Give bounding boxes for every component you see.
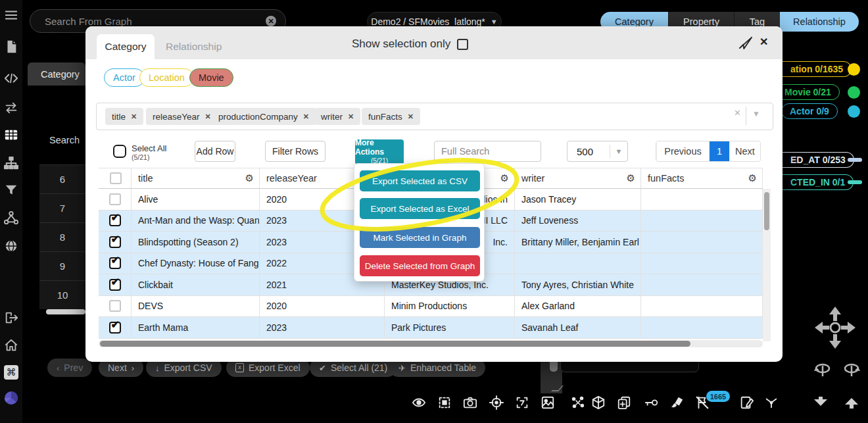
clipboard-edit-icon[interactable] [736, 393, 756, 412]
molecule-icon[interactable] [0, 208, 22, 228]
clear-columns-icon[interactable]: ✕ [734, 108, 741, 118]
table-icon[interactable] [0, 125, 22, 145]
image-icon[interactable] [538, 393, 558, 412]
row-checkbox[interactable]: ✔ [109, 279, 121, 291]
remove-icon[interactable]: ✕ [348, 112, 354, 121]
prev-button[interactable]: ‹Prev [47, 359, 92, 377]
column-header-funFacts[interactable]: funFacts⚙ [641, 168, 763, 189]
category-chip-actor[interactable]: Actor [104, 68, 145, 87]
menu-icon[interactable] [0, 5, 22, 25]
gear-icon[interactable]: ⚙ [500, 172, 509, 184]
select-all-count: (5/21) [132, 153, 149, 161]
remove-icon[interactable]: ✕ [205, 112, 211, 121]
modal-tab-relationship[interactable]: Relationship [166, 41, 222, 53]
home-icon[interactable] [0, 336, 22, 355]
copy-add-icon[interactable] [614, 393, 634, 412]
row-checkbox[interactable] [109, 300, 121, 312]
cell-productionCompany: Minim Productions [385, 296, 515, 318]
mark-selected-in-graph-button[interactable]: Mark Selected in Graph [360, 227, 480, 248]
delete-selected-from-graph-button[interactable]: Delete Selected from Graph [360, 255, 480, 276]
row-checkbox[interactable] [109, 193, 121, 205]
remove-icon[interactable]: ✕ [131, 112, 137, 121]
row-checkbox[interactable]: ✔ [109, 236, 121, 248]
edge-badge[interactable]: CTED_IN 0/1 [783, 174, 854, 190]
fit-icon[interactable] [512, 393, 532, 412]
close-icon[interactable]: ✕ [760, 36, 768, 48]
category-chip-movie[interactable]: Movie [189, 68, 233, 87]
column-chip-releaseYear[interactable]: releaseYear✕ [146, 108, 218, 125]
column-header-writer[interactable]: writer⚙ [515, 168, 641, 189]
chevron-down-icon[interactable]: ▼ [752, 109, 760, 118]
key-icon[interactable] [642, 393, 662, 412]
rotate-right-icon[interactable] [842, 361, 861, 382]
gear-icon[interactable]: ⚙ [245, 172, 254, 184]
node-badge[interactable]: Movie 0/21 [776, 84, 840, 100]
file-icon[interactable] [0, 37, 22, 57]
split-icon[interactable] [761, 393, 781, 412]
show-selection-checkbox[interactable] [457, 39, 468, 50]
top-tab-relationship[interactable]: Relationship [780, 12, 859, 32]
next-page-button[interactable]: Next [729, 141, 760, 161]
scatter-icon[interactable] [568, 393, 588, 412]
edge-badge[interactable]: ED_AT 0/253 [783, 152, 854, 168]
node-badge[interactable]: ation 0/1635 [783, 61, 852, 77]
add-row-button[interactable]: Add Row [195, 141, 235, 162]
node-badge[interactable]: Actor 0/9 [781, 103, 838, 119]
category-chip-location[interactable]: Location [139, 68, 194, 87]
remove-icon[interactable]: ✕ [408, 112, 414, 121]
swap-icon[interactable] [0, 98, 22, 118]
command-icon[interactable]: ⌘ [0, 362, 22, 382]
select-all-checkbox[interactable] [113, 145, 126, 158]
row-checkbox[interactable]: ✔ [109, 322, 121, 334]
eye-icon[interactable] [409, 393, 429, 412]
gear-icon[interactable]: ⚙ [627, 172, 635, 184]
export-selected-as-excel-button[interactable]: Export Selected as Excel [360, 198, 480, 219]
target-icon[interactable] [487, 393, 506, 412]
send-to-graph-icon[interactable] [738, 36, 753, 49]
camera-icon[interactable] [460, 393, 480, 412]
current-page-button[interactable]: 1 [709, 141, 729, 161]
cell-title: Chef Dynasty: House of Fang [132, 253, 260, 275]
sitemap-icon[interactable] [0, 153, 22, 173]
remove-icon[interactable]: ✕ [303, 112, 309, 121]
column-chip-title[interactable]: title✕ [105, 108, 143, 125]
selection-icon[interactable] [435, 393, 454, 412]
previous-page-button[interactable]: Previous [656, 141, 709, 161]
table-horizontal-scroll-thumb[interactable] [100, 341, 690, 347]
rotate-left-icon[interactable] [813, 361, 832, 382]
row-checkbox[interactable]: ✔ [109, 257, 121, 269]
filter-rows-button[interactable]: Filter Rows [265, 141, 326, 162]
column-chip-productionCompany[interactable]: productionCompany✕ [212, 108, 316, 125]
table-row[interactable]: DEVS2020Minim ProductionsAlex Garland [99, 296, 763, 318]
column-chip-writer[interactable]: writer✕ [314, 108, 360, 125]
column-header-title[interactable]: title⚙ [132, 168, 260, 189]
cube-icon[interactable] [589, 393, 608, 412]
bg-search-label: Search [49, 135, 80, 145]
row-checkbox[interactable]: ✔ [109, 214, 121, 226]
modal-tab-category[interactable]: Category [97, 34, 155, 59]
column-chip-funFacts[interactable]: funFacts✕ [362, 108, 420, 125]
cone-down-icon[interactable] [811, 393, 831, 412]
brush-icon[interactable] [667, 393, 687, 412]
page-size-select[interactable]: 500 ▼ [567, 141, 628, 162]
bg-horizontal-scrollbar[interactable] [46, 309, 85, 314]
logo-icon[interactable] [0, 388, 22, 408]
table-vertical-scroll-thumb[interactable] [764, 192, 769, 230]
cone-up-icon[interactable] [842, 393, 861, 412]
graph-search-input[interactable] [43, 15, 266, 28]
more-actions-button[interactable]: More Actions (5/21) [355, 139, 404, 164]
export-selected-as-csv-button[interactable]: Export Selected as CSV [360, 170, 480, 191]
bg-category-tab[interactable]: Category [28, 62, 85, 86]
signout-icon[interactable] [0, 308, 22, 328]
globe-icon[interactable] [0, 236, 22, 256]
table-row[interactable]: ✔Earth Mama2023Park PicturesSavanah Leaf [99, 317, 763, 339]
full-search-input[interactable] [434, 141, 541, 162]
gear-icon[interactable]: ⚙ [748, 172, 757, 184]
filter-icon[interactable] [0, 180, 22, 200]
bg-row-number: 10 [39, 280, 85, 309]
pan-dpad[interactable] [812, 304, 858, 354]
header-select-cell [99, 168, 132, 189]
code-icon[interactable] [0, 68, 22, 88]
header-checkbox[interactable] [110, 172, 122, 184]
clear-search-icon[interactable]: ✕ [266, 16, 276, 26]
